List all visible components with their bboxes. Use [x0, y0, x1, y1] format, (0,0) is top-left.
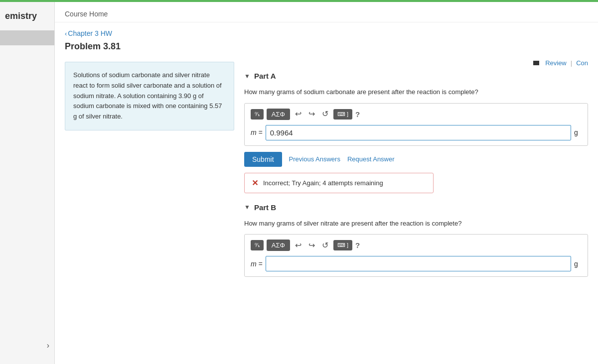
part-b-reset-btn[interactable]: ↺ — [320, 241, 330, 250]
part-b-fraction-btn[interactable]: ⁰⁄₁ — [251, 240, 264, 250]
part-b-label: Part B — [254, 203, 276, 212]
sidebar-decoration — [0, 30, 54, 45]
right-panel: Review | Con ▼ Part A How many grams of … — [244, 57, 588, 364]
part-a-submit-btn[interactable]: Submit — [244, 152, 282, 167]
part-a-triangle: ▼ — [244, 73, 250, 80]
part-a-reset-btn[interactable]: ↺ — [320, 109, 330, 119]
problem-statement-box: Solutions of sodium carbonate and silver… — [65, 62, 234, 130]
con-link[interactable]: Con — [576, 59, 588, 67]
review-link[interactable]: Review — [545, 59, 567, 67]
part-a-request-answer-link[interactable]: Request Answer — [347, 155, 395, 163]
part-a-toolbar: ⁰⁄₁ ΑΣΦ ↩ ↪ ↺ — [251, 109, 582, 120]
part-a-input-label: m = — [251, 128, 263, 136]
part-b-help-btn[interactable]: ? — [355, 241, 360, 249]
part-a-label: Part A — [254, 72, 276, 80]
part-a-keyboard-btn[interactable]: ⌨ ] — [333, 109, 352, 120]
part-b-formula-btn[interactable]: ΑΣΦ — [267, 240, 290, 251]
part-a-input-row: m = g — [251, 125, 582, 140]
part-b-answer-box: ⁰⁄₁ ΑΣΦ ↩ ↪ ↺ — [244, 234, 588, 277]
part-b-input[interactable] — [266, 256, 571, 271]
part-a-action-row: Submit Previous Answers Request Answer — [244, 152, 588, 167]
separator: | — [571, 59, 572, 67]
part-a-unit: g — [574, 128, 582, 136]
part-b-question: How many grams of silver nitrate are pre… — [244, 219, 588, 229]
part-a-redo-btn[interactable]: ↪ — [306, 109, 317, 119]
back-link-label: Chapter 3 HW — [68, 29, 112, 37]
part-a-formula-btn[interactable]: ΑΣΦ — [267, 109, 290, 120]
sidebar: emistry › — [0, 2, 55, 364]
two-col-layout: Solutions of sodium carbonate and silver… — [55, 57, 598, 364]
part-b-undo-btn[interactable]: ↩ — [293, 241, 303, 250]
part-a-undo-btn[interactable]: ↩ — [293, 109, 303, 119]
part-b-redo-btn[interactable]: ↪ — [306, 241, 317, 250]
part-b-toolbar: ⁰⁄₁ ΑΣΦ ↩ ↪ ↺ — [251, 240, 582, 251]
problem-title: Problem 3.81 — [65, 41, 588, 52]
part-b-section: ▼ Part B How many grams of silver nitrat… — [244, 203, 588, 277]
incorrect-icon: ✕ — [252, 178, 258, 188]
part-a-section: ▼ Part A How many grams of sodium carbon… — [244, 72, 588, 193]
part-a-feedback-box: ✕ Incorrect; Try Again; 4 attempts remai… — [244, 173, 434, 193]
back-link[interactable]: ‹ Chapter 3 HW — [65, 29, 588, 37]
review-links: Review | Con — [244, 59, 588, 67]
back-chevron: ‹ — [65, 30, 67, 37]
part-b-header[interactable]: ▼ Part B — [244, 203, 588, 212]
sidebar-expand-arrow[interactable]: › — [0, 337, 54, 354]
feedback-text: Incorrect; Try Again; 4 attempts remaini… — [263, 179, 383, 187]
problem-statement-text: Solutions of sodium carbonate and silver… — [73, 71, 222, 120]
part-b-input-label: m = — [251, 260, 263, 268]
sidebar-title: emistry — [0, 2, 54, 26]
content-area: Course Home ‹ Chapter 3 HW Problem 3.81 … — [55, 2, 598, 364]
course-home-label: Course Home — [65, 10, 108, 18]
part-b-keyboard-btn[interactable]: ⌨ ] — [333, 240, 352, 250]
part-a-input[interactable] — [266, 125, 571, 140]
left-panel: Solutions of sodium carbonate and silver… — [65, 57, 234, 364]
course-home-bar: Course Home — [55, 2, 598, 22]
part-a-help-btn[interactable]: ? — [355, 110, 360, 119]
part-a-header[interactable]: ▼ Part A — [244, 72, 588, 80]
part-a-previous-answers-link[interactable]: Previous Answers — [289, 155, 340, 163]
part-b-input-row: m = g — [251, 256, 582, 271]
part-a-question: How many grams of sodium carbonate are p… — [244, 87, 588, 97]
review-icon — [533, 61, 539, 65]
part-a-fraction-btn[interactable]: ⁰⁄₁ — [251, 109, 264, 120]
part-b-triangle: ▼ — [244, 204, 250, 211]
problem-header: ‹ Chapter 3 HW Problem 3.81 — [55, 22, 598, 57]
part-b-unit: g — [574, 260, 582, 268]
part-a-answer-box: ⁰⁄₁ ΑΣΦ ↩ ↪ ↺ — [244, 103, 588, 146]
